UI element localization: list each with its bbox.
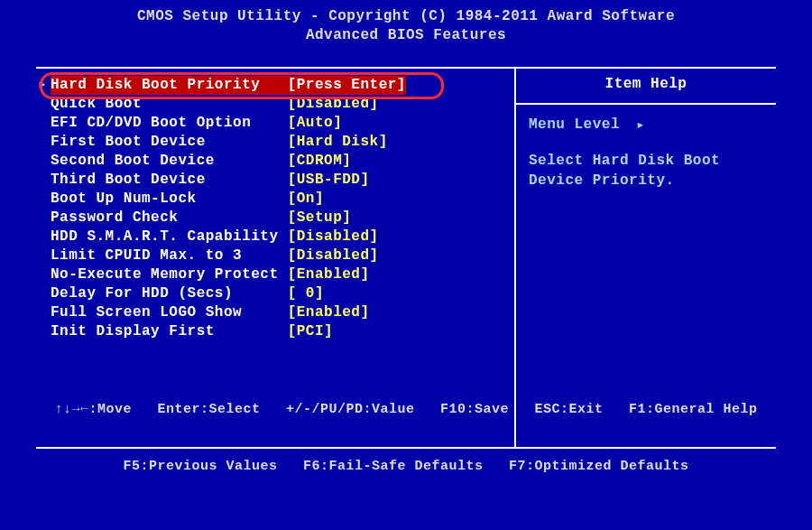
setting-row[interactable]: ▸Hard Disk Boot Priority [Press Enter] xyxy=(42,76,509,95)
setting-row[interactable]: Password Check [Setup] xyxy=(42,209,509,228)
help-title: Item Help xyxy=(529,76,763,92)
setting-label: No-Execute Memory Protect xyxy=(51,265,288,284)
footer-line2: F5:Previous Values F6:Fail-Safe Defaults… xyxy=(0,457,812,476)
setting-value[interactable]: [Enabled] xyxy=(288,303,370,322)
selection-arrow-icon xyxy=(38,209,51,228)
setting-value[interactable]: [Disabled] xyxy=(288,228,379,246)
setting-value[interactable]: [USB-FDD] xyxy=(288,171,370,190)
setting-label: Delay For HDD (Secs) xyxy=(51,284,288,303)
setting-row[interactable]: Boot Up Num-Lock [On] xyxy=(42,190,509,209)
setting-label: Hard Disk Boot Priority xyxy=(51,76,288,95)
selection-arrow-icon xyxy=(38,228,51,246)
setting-label: HDD S.M.A.R.T. Capability xyxy=(51,228,288,246)
setting-label: EFI CD/DVD Boot Option xyxy=(51,114,288,133)
setting-row[interactable]: HDD S.M.A.R.T. Capability [Disabled] xyxy=(42,228,509,246)
setting-row[interactable]: Init Display First [PCI] xyxy=(42,322,509,341)
header-line1: CMOS Setup Utility - Copyright (C) 1984-… xyxy=(0,7,812,26)
selection-arrow-icon xyxy=(38,284,51,303)
setting-value[interactable]: [Auto] xyxy=(288,114,343,133)
selection-arrow-icon xyxy=(38,95,51,114)
setting-row[interactable]: No-Execute Memory Protect [Enabled] xyxy=(42,265,509,284)
help-divider xyxy=(516,103,776,105)
selection-arrow-icon xyxy=(38,190,51,209)
menu-level-label: Menu Level xyxy=(529,116,620,133)
setting-value[interactable]: [Enabled] xyxy=(288,265,370,284)
setting-label: Password Check xyxy=(51,209,288,228)
selection-arrow-icon xyxy=(38,303,51,322)
setting-label: Limit CPUID Max. to 3 xyxy=(51,246,288,265)
setting-row[interactable]: Limit CPUID Max. to 3 [Disabled] xyxy=(42,246,509,265)
help-text: Select Hard Disk Boot Device Priority. xyxy=(529,152,763,191)
setting-row[interactable]: Delay For HDD (Secs) [ 0] xyxy=(42,284,509,303)
selection-arrow-icon xyxy=(38,322,51,341)
selection-arrow-icon xyxy=(38,133,51,152)
setting-label: Second Boot Device xyxy=(51,152,288,171)
setting-value[interactable]: [ 0] xyxy=(288,284,324,303)
setting-value[interactable]: [Hard Disk] xyxy=(288,133,388,152)
footer-line1: ↑↓→←:Move Enter:Select +/-/PU/PD:Value F… xyxy=(0,400,812,419)
setting-label: First Boot Device xyxy=(51,133,288,152)
header-line2: Advanced BIOS Features xyxy=(0,26,812,45)
bios-screen: CMOS Setup Utility - Copyright (C) 1984-… xyxy=(0,0,812,530)
header: CMOS Setup Utility - Copyright (C) 1984-… xyxy=(0,0,812,51)
setting-value[interactable]: [CDROM] xyxy=(288,152,352,171)
setting-value[interactable]: [Setup] xyxy=(288,209,352,228)
setting-label: Full Screen LOGO Show xyxy=(51,303,288,322)
setting-value[interactable]: [PCI] xyxy=(288,322,334,341)
footer-keymap: ↑↓→←:Move Enter:Select +/-/PU/PD:Value F… xyxy=(0,362,812,514)
selection-arrow-icon xyxy=(38,171,51,190)
setting-label: Third Boot Device xyxy=(51,171,288,190)
setting-value[interactable]: [Press Enter] xyxy=(288,76,406,95)
setting-value[interactable]: [Disabled] xyxy=(288,246,379,265)
setting-value[interactable]: [On] xyxy=(288,190,324,209)
setting-row[interactable]: Quick Boot [Disabled] xyxy=(42,95,509,114)
setting-row[interactable]: First Boot Device [Hard Disk] xyxy=(42,133,509,152)
selection-arrow-icon xyxy=(38,265,51,284)
setting-row[interactable]: Third Boot Device [USB-FDD] xyxy=(42,171,509,190)
menu-level: Menu Level ▸ xyxy=(529,116,763,134)
setting-label: Init Display First xyxy=(51,322,288,341)
selection-arrow-icon xyxy=(38,152,51,171)
setting-row[interactable]: Full Screen LOGO Show [Enabled] xyxy=(42,303,509,322)
setting-row[interactable]: EFI CD/DVD Boot Option [Auto] xyxy=(42,114,509,133)
selection-arrow-icon xyxy=(38,246,51,265)
setting-row[interactable]: Second Boot Device [CDROM] xyxy=(42,152,509,171)
selection-arrow-icon: ▸ xyxy=(38,76,51,95)
setting-label: Quick Boot xyxy=(51,95,288,114)
setting-label: Boot Up Num-Lock xyxy=(51,190,288,209)
setting-value[interactable]: [Disabled] xyxy=(288,95,379,114)
chevron-right-icon: ▸ xyxy=(636,116,645,134)
selection-arrow-icon xyxy=(38,114,51,133)
